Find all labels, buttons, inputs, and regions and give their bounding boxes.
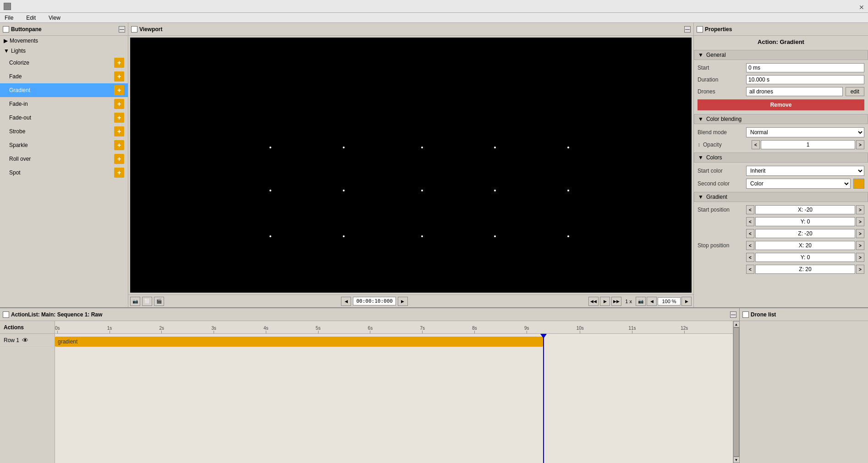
chevron-down-icon: ▼: [4, 48, 9, 54]
viewport-checkbox[interactable]: [131, 26, 137, 33]
list-item-colorize[interactable]: Colorize +: [0, 56, 128, 70]
viewport-ctrl-frame[interactable]: ⬜: [142, 297, 152, 306]
remove-btn[interactable]: Remove: [698, 99, 864, 110]
movements-label: Movements: [10, 38, 38, 44]
stop-pos-y-decrease-btn[interactable]: <: [746, 253, 754, 262]
blend-mode-row: Blend mode Normal: [694, 126, 868, 139]
start-pos-y-value[interactable]: Y: 0: [755, 217, 855, 226]
opacity-value[interactable]: 1: [761, 140, 855, 149]
edit-drones-btn[interactable]: edit: [846, 87, 864, 96]
list-item-fade-in[interactable]: Fade-in +: [0, 97, 128, 111]
general-section: ▼ General: [694, 50, 868, 60]
stop-pos-z-decrease-btn[interactable]: <: [746, 265, 754, 274]
menu-file[interactable]: File: [2, 14, 16, 22]
stop-pos-x-increase-btn[interactable]: >: [856, 241, 864, 250]
drones-row: Drones all drones edit: [694, 86, 868, 98]
list-item-spot[interactable]: Spot +: [0, 166, 128, 180]
buttonpane-label: Buttonpane: [11, 26, 42, 33]
list-item-fade[interactable]: Fade +: [0, 70, 128, 83]
stop-pos-y-row: < Y: 0 >: [694, 251, 868, 263]
drone-list-checkbox[interactable]: [742, 311, 749, 318]
action-list-checkbox[interactable]: [3, 311, 9, 318]
viewport-panel: Viewport — 📷 ⬜ 🎬: [128, 23, 694, 307]
viewport-minimize-btn[interactable]: —: [684, 26, 691, 33]
stop-pos-z-increase-btn[interactable]: >: [856, 265, 864, 274]
gradient-collapse-icon[interactable]: ▼: [698, 194, 703, 200]
viewport-header: Viewport —: [128, 23, 693, 36]
menu-view[interactable]: View: [46, 14, 63, 22]
start-pos-x-increase-btn[interactable]: >: [856, 205, 864, 214]
start-pos-y-increase-btn[interactable]: >: [856, 217, 864, 226]
speed-label: 1 x: [623, 299, 634, 304]
zoom-out-btn[interactable]: ◀: [647, 297, 657, 306]
scroll-down-btn[interactable]: ▼: [733, 457, 740, 463]
start-pos-z-increase-btn[interactable]: >: [856, 229, 864, 238]
playhead[interactable]: [543, 334, 544, 463]
panel-minimize-btn[interactable]: —: [119, 26, 125, 33]
viewport-ctrl-film[interactable]: 🎬: [154, 297, 164, 306]
opacity-increase-btn[interactable]: >: [856, 140, 864, 149]
start-pos-z-decrease-btn[interactable]: <: [746, 229, 754, 238]
fade-in-add-btn[interactable]: +: [114, 99, 124, 109]
fast-forward-btn[interactable]: ▶▶: [611, 297, 621, 306]
fade-out-add-btn[interactable]: +: [114, 113, 124, 123]
screenshot-btn[interactable]: 📷: [636, 297, 646, 306]
viewport-ctrl-camera[interactable]: 📷: [130, 297, 140, 306]
start-position-label: Start position: [698, 207, 743, 213]
start-value[interactable]: 0 ms: [746, 63, 864, 72]
movements-section-header[interactable]: ▶ Movements: [0, 36, 128, 46]
sparkle-add-btn[interactable]: +: [114, 140, 124, 150]
menu-edit[interactable]: Edit: [23, 14, 38, 22]
start-pos-x-decrease-btn[interactable]: <: [746, 205, 754, 214]
start-pos-x-value[interactable]: X: -20: [755, 205, 855, 214]
tick-line: [580, 331, 580, 333]
list-item-sparkle[interactable]: Sparkle +: [0, 138, 128, 152]
stop-pos-x-value[interactable]: X: 20: [755, 241, 855, 250]
scroll-thumb[interactable]: [733, 327, 739, 457]
timeline-rows: gradient: [55, 334, 733, 463]
list-item-strobe[interactable]: Strobe +: [0, 125, 128, 138]
action-list-minimize-btn[interactable]: —: [730, 311, 736, 318]
strobe-add-btn[interactable]: +: [114, 126, 124, 136]
fade-add-btn[interactable]: +: [114, 71, 124, 82]
blend-mode-select[interactable]: Normal: [746, 127, 864, 137]
color-blending-collapse-icon[interactable]: ▼: [698, 116, 703, 122]
close-icon[interactable]: ✕: [859, 4, 864, 9]
stop-pos-y-increase-btn[interactable]: >: [856, 253, 864, 262]
stop-pos-y-value[interactable]: Y: 0: [755, 253, 855, 262]
start-pos-y-group: < Y: 0 >: [746, 217, 864, 226]
list-item-gradient[interactable]: Gradient +: [0, 83, 128, 97]
opacity-decrease-btn[interactable]: <: [752, 140, 760, 149]
rewind-btn[interactable]: ◀◀: [588, 297, 599, 306]
zoom-in-btn[interactable]: ▶: [681, 297, 692, 306]
general-collapse-icon[interactable]: ▼: [698, 52, 703, 58]
colors-collapse-icon[interactable]: ▼: [698, 154, 703, 161]
duration-value[interactable]: 10.000 s: [746, 75, 864, 84]
roll-over-label: Roll over: [9, 156, 31, 162]
colorize-add-btn[interactable]: +: [114, 58, 124, 68]
time-next-btn[interactable]: ▶: [398, 297, 408, 306]
start-pos-y-decrease-btn[interactable]: <: [746, 217, 754, 226]
gradient-timeline-bar[interactable]: gradient: [55, 337, 543, 347]
properties-checkbox[interactable]: [697, 26, 703, 33]
drone-dot: [421, 190, 423, 191]
time-prev-btn[interactable]: ◀: [341, 297, 351, 306]
list-item-fade-out[interactable]: Fade-out +: [0, 111, 128, 125]
list-item-roll-over[interactable]: Roll over +: [0, 152, 128, 166]
roll-over-add-btn[interactable]: +: [114, 154, 124, 164]
stop-position-label: Stop position: [698, 242, 743, 249]
play-btn[interactable]: ▶: [600, 297, 610, 306]
gradient-add-btn[interactable]: +: [114, 85, 124, 95]
eye-icon[interactable]: 👁: [22, 337, 28, 344]
properties-title: Properties: [697, 26, 732, 33]
stop-pos-x-decrease-btn[interactable]: <: [746, 241, 754, 250]
stop-pos-z-value[interactable]: Z: 20: [755, 265, 855, 274]
second-color-select[interactable]: Color: [746, 179, 851, 189]
lights-section-header[interactable]: ▼ Lights: [0, 46, 128, 56]
spot-add-btn[interactable]: +: [114, 168, 124, 178]
start-color-select[interactable]: Inherit: [746, 166, 864, 176]
scroll-up-btn[interactable]: ▲: [733, 321, 740, 327]
color-swatch[interactable]: [853, 179, 864, 189]
panel-checkbox[interactable]: [3, 26, 9, 33]
start-pos-z-value[interactable]: Z: -20: [755, 229, 855, 238]
